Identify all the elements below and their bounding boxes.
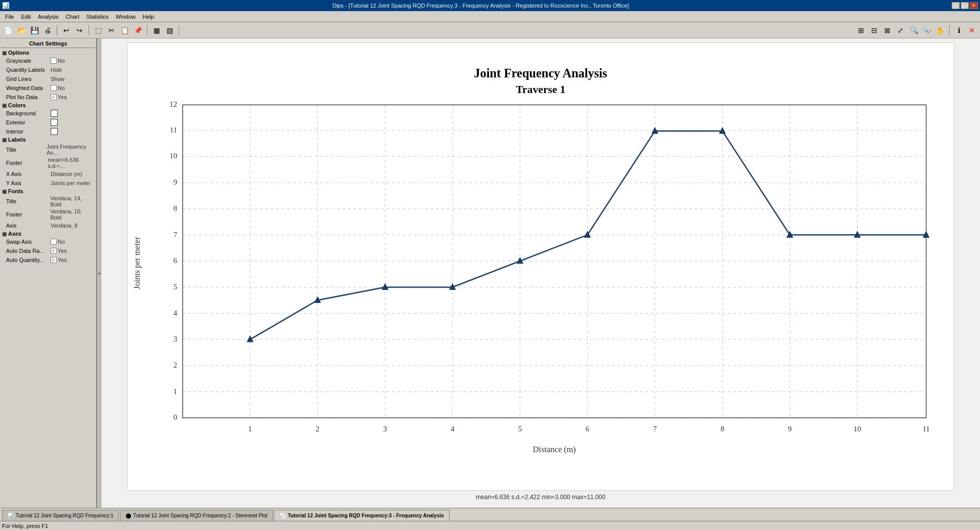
exterior-color-box[interactable]: [51, 119, 58, 126]
menu-file[interactable]: File: [2, 13, 17, 21]
toolbar-sep-2: [89, 25, 89, 35]
info-button[interactable]: ℹ: [953, 24, 965, 36]
y-label-11: 11: [170, 126, 177, 134]
colors-content: Background Exterior Interior: [1, 109, 95, 136]
plot-no-data-checkbox[interactable]: [51, 94, 57, 100]
tab-1-label: Tutorial 12 Joint Spacing RQD Frequency:…: [16, 513, 113, 518]
x-label-4: 4: [451, 425, 455, 433]
main-layout: Chart Settings ▣ Options Grayscale No Qu…: [0, 38, 980, 508]
interior-color-box[interactable]: [51, 128, 58, 135]
x-label-6: 6: [586, 425, 590, 433]
footer-font-value: Verdana, 10, Bold: [50, 208, 94, 220]
xaxis-label-key: X Axis: [6, 171, 51, 177]
labels-collapse-icon: ▣: [2, 137, 7, 143]
y-label-10: 10: [170, 152, 177, 160]
grid-lines-value: Show: [51, 76, 65, 82]
y-label-7: 7: [173, 231, 177, 239]
fonts-collapse-icon: ▣: [2, 189, 7, 194]
tab-1[interactable]: 📊 Tutorial 12 Joint Spacing RQD Frequenc…: [2, 510, 119, 521]
print-button[interactable]: 🖨: [42, 24, 54, 36]
toolbar-sep-4: [179, 25, 179, 35]
footer-label-key: Footer: [6, 160, 48, 166]
fonts-label: Fonts: [8, 188, 23, 194]
minimize-button[interactable]: _: [952, 2, 960, 9]
tab-2-icon: ⬤: [126, 513, 131, 518]
x-label-11: 11: [922, 425, 929, 433]
section-fonts[interactable]: ▣ Fonts: [1, 188, 95, 195]
save-button[interactable]: 💾: [28, 24, 40, 36]
auto-data-range-checkbox[interactable]: [51, 248, 57, 254]
close-button[interactable]: ✕: [970, 2, 978, 9]
view-btn2[interactable]: ⊟: [868, 24, 880, 36]
menu-analysis[interactable]: Analysis: [35, 13, 62, 21]
quantity-labels-label: Quantity Labels: [6, 67, 51, 73]
title-font-value: Verdana, 14, Bold: [50, 195, 94, 207]
tab-3-label: Tutorial 12 Joint Spacing RQD Frequency:…: [288, 513, 443, 518]
background-color-label: Background: [6, 110, 51, 116]
fonts-content: Title Verdana, 14, Bold Footer Verdana, …: [1, 195, 95, 230]
auto-quantity-row: Auto Quantity... Yes: [5, 255, 95, 264]
grayscale-row: Grayscale No: [5, 56, 95, 65]
tab-1-icon: 📊: [8, 513, 14, 518]
weighted-data-checkbox[interactable]: [51, 85, 57, 91]
x-label-1: 1: [248, 425, 252, 433]
x-label-7: 7: [653, 425, 657, 433]
quantity-labels-value: Hide: [51, 67, 62, 73]
section-labels[interactable]: ▣ Labels: [1, 136, 95, 143]
panel-title: Chart Settings: [1, 39, 95, 48]
toolbar-sep-3: [147, 25, 147, 35]
chart-svg: Joint Frequency Analysis Traverse 1: [128, 43, 954, 490]
filter2-button[interactable]: ▧: [164, 24, 176, 36]
swap-axis-checkbox[interactable]: [51, 239, 57, 245]
colors-label: Colors: [8, 102, 26, 108]
auto-quantity-checkbox[interactable]: [51, 257, 57, 263]
select-button[interactable]: ⬚: [92, 24, 104, 36]
axis-font-key: Axis: [6, 223, 51, 229]
menu-window[interactable]: Window: [113, 13, 139, 21]
maximize-button[interactable]: □: [961, 2, 969, 9]
x-axis-title: Distance (m): [533, 445, 576, 454]
menu-chart[interactable]: Chart: [63, 13, 83, 21]
view-btn1[interactable]: ⊞: [855, 24, 867, 36]
axes-content: Swap Axis No Auto Data Ra... Yes Auto Qu…: [1, 237, 95, 264]
chart-bg: [128, 53, 954, 479]
new-button[interactable]: 📄: [2, 24, 14, 36]
yaxis-label-key: Y Axis: [6, 180, 51, 186]
footer-stats: mean=6.636 s.d.=2.422 min=3.000 max=11.0…: [105, 491, 976, 504]
section-axes[interactable]: ▣ Axes: [1, 230, 95, 237]
section-colors[interactable]: ▣ Colors: [1, 102, 95, 109]
y-label-3: 3: [173, 335, 177, 343]
title-font-key: Title: [6, 198, 50, 204]
filter-button[interactable]: ▦: [150, 24, 162, 36]
view-btn3[interactable]: ⊠: [881, 24, 893, 36]
paste-button[interactable]: 📌: [132, 24, 144, 36]
copy-button[interactable]: 📋: [118, 24, 131, 36]
zoom-fit-button[interactable]: ⤢: [894, 24, 907, 36]
pan-button[interactable]: ✋: [934, 24, 946, 36]
redo-button[interactable]: ↪: [73, 24, 86, 36]
cut-button[interactable]: ✂: [105, 24, 117, 36]
interior-color-row: Interior: [5, 127, 95, 136]
menu-statistics[interactable]: Statistics: [84, 13, 112, 21]
zoom-out-button[interactable]: 🔍-: [921, 24, 933, 36]
y-label-6: 6: [173, 256, 177, 264]
background-color-box[interactable]: [51, 110, 58, 117]
zoom-in-button[interactable]: 🔍: [908, 24, 920, 36]
swap-axis-label: Swap Axis: [6, 239, 51, 245]
close-chart-button[interactable]: ✕: [966, 24, 978, 36]
x-label-5: 5: [518, 425, 521, 433]
title-label-row: Title Joint Frequency An...: [5, 143, 95, 156]
footer-font-row: Footer Verdana, 10, Bold: [5, 208, 95, 221]
menu-help[interactable]: Help: [140, 13, 157, 21]
menu-edit[interactable]: Edit: [18, 13, 34, 21]
undo-button[interactable]: ↩: [60, 24, 72, 36]
weighted-data-value: No: [58, 85, 65, 91]
open-button[interactable]: 📂: [15, 24, 27, 36]
footer-font-key: Footer: [6, 211, 50, 217]
tab-3[interactable]: 📈 Tutorial 12 Joint Spacing RQD Frequenc…: [274, 510, 449, 521]
title-label-key: Title: [6, 147, 47, 153]
grayscale-checkbox[interactable]: [51, 58, 57, 64]
panel-collapse-handle[interactable]: ◄: [97, 38, 101, 508]
tab-2[interactable]: ⬤ Tutorial 12 Joint Spacing RQD Frequenc…: [120, 510, 273, 521]
section-options[interactable]: ▣ Options: [1, 49, 95, 56]
